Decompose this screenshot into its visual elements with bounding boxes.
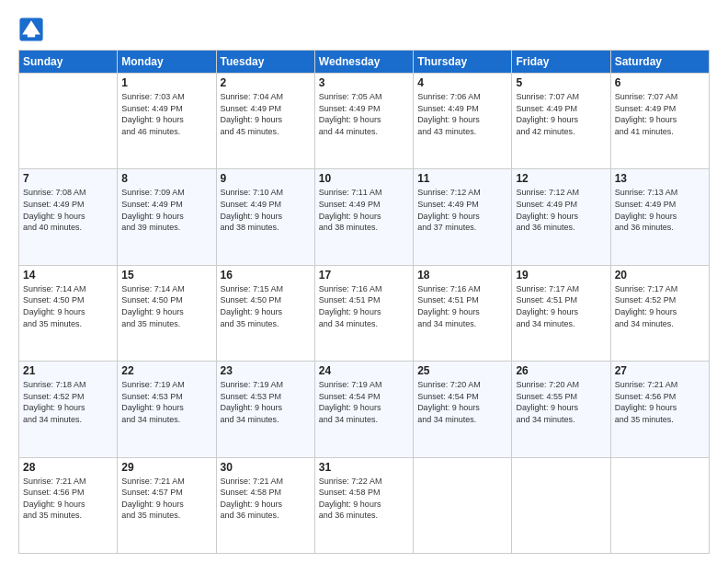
day-number: 24 bbox=[319, 364, 409, 377]
calendar-cell: 8Sunrise: 7:09 AM Sunset: 4:49 PM Daylig… bbox=[118, 169, 216, 265]
day-info: Sunrise: 7:12 AM Sunset: 4:49 PM Dayligh… bbox=[417, 187, 507, 233]
calendar-cell bbox=[414, 457, 512, 553]
calendar-day-header: Sunday bbox=[19, 51, 118, 74]
calendar-cell: 14Sunrise: 7:14 AM Sunset: 4:50 PM Dayli… bbox=[19, 265, 118, 361]
day-number: 20 bbox=[615, 269, 705, 282]
day-number: 26 bbox=[516, 364, 606, 377]
day-info: Sunrise: 7:12 AM Sunset: 4:49 PM Dayligh… bbox=[516, 187, 606, 233]
day-info: Sunrise: 7:21 AM Sunset: 4:56 PM Dayligh… bbox=[615, 379, 705, 425]
day-info: Sunrise: 7:21 AM Sunset: 4:56 PM Dayligh… bbox=[23, 476, 113, 522]
day-info: Sunrise: 7:03 AM Sunset: 4:49 PM Dayligh… bbox=[121, 91, 211, 137]
calendar-cell: 25Sunrise: 7:20 AM Sunset: 4:54 PM Dayli… bbox=[414, 362, 512, 457]
day-info: Sunrise: 7:08 AM Sunset: 4:49 PM Dayligh… bbox=[23, 187, 113, 233]
day-number: 19 bbox=[516, 269, 606, 282]
day-number: 28 bbox=[23, 461, 113, 474]
day-info: Sunrise: 7:21 AM Sunset: 4:57 PM Dayligh… bbox=[121, 476, 211, 522]
day-number: 8 bbox=[121, 172, 211, 185]
day-info: Sunrise: 7:17 AM Sunset: 4:51 PM Dayligh… bbox=[516, 283, 606, 329]
calendar-cell bbox=[19, 74, 118, 169]
day-info: Sunrise: 7:17 AM Sunset: 4:52 PM Dayligh… bbox=[615, 283, 705, 329]
day-number: 2 bbox=[221, 76, 311, 89]
calendar-cell: 30Sunrise: 7:21 AM Sunset: 4:58 PM Dayli… bbox=[216, 457, 314, 553]
day-info: Sunrise: 7:16 AM Sunset: 4:51 PM Dayligh… bbox=[417, 283, 507, 329]
calendar-cell: 9Sunrise: 7:10 AM Sunset: 4:49 PM Daylig… bbox=[216, 169, 314, 265]
calendar-cell: 31Sunrise: 7:22 AM Sunset: 4:58 PM Dayli… bbox=[314, 457, 413, 553]
day-info: Sunrise: 7:14 AM Sunset: 4:50 PM Dayligh… bbox=[23, 283, 113, 329]
calendar-cell: 1Sunrise: 7:03 AM Sunset: 4:49 PM Daylig… bbox=[118, 74, 216, 169]
day-number: 17 bbox=[319, 269, 409, 282]
day-info: Sunrise: 7:14 AM Sunset: 4:50 PM Dayligh… bbox=[121, 283, 211, 329]
calendar-cell: 27Sunrise: 7:21 AM Sunset: 4:56 PM Dayli… bbox=[610, 362, 709, 457]
day-number: 14 bbox=[23, 269, 113, 282]
calendar-header-row: SundayMondayTuesdayWednesdayThursdayFrid… bbox=[19, 51, 710, 74]
day-info: Sunrise: 7:05 AM Sunset: 4:49 PM Dayligh… bbox=[319, 91, 409, 137]
calendar-week-row: 7Sunrise: 7:08 AM Sunset: 4:49 PM Daylig… bbox=[19, 169, 710, 265]
logo bbox=[18, 17, 48, 42]
day-info: Sunrise: 7:10 AM Sunset: 4:49 PM Dayligh… bbox=[221, 187, 311, 233]
day-info: Sunrise: 7:06 AM Sunset: 4:49 PM Dayligh… bbox=[417, 91, 507, 137]
calendar-cell: 7Sunrise: 7:08 AM Sunset: 4:49 PM Daylig… bbox=[19, 169, 118, 265]
day-number: 16 bbox=[221, 269, 311, 282]
day-number: 29 bbox=[121, 461, 211, 474]
calendar-cell: 4Sunrise: 7:06 AM Sunset: 4:49 PM Daylig… bbox=[414, 74, 512, 169]
calendar-week-row: 14Sunrise: 7:14 AM Sunset: 4:50 PM Dayli… bbox=[19, 265, 710, 361]
day-info: Sunrise: 7:19 AM Sunset: 4:53 PM Dayligh… bbox=[121, 379, 211, 425]
calendar-cell: 21Sunrise: 7:18 AM Sunset: 4:52 PM Dayli… bbox=[19, 362, 118, 457]
day-info: Sunrise: 7:20 AM Sunset: 4:55 PM Dayligh… bbox=[516, 379, 606, 425]
calendar-cell bbox=[512, 457, 610, 553]
calendar-week-row: 21Sunrise: 7:18 AM Sunset: 4:52 PM Dayli… bbox=[19, 362, 710, 457]
day-number: 10 bbox=[319, 172, 409, 185]
day-info: Sunrise: 7:13 AM Sunset: 4:49 PM Dayligh… bbox=[615, 187, 705, 233]
calendar-week-row: 1Sunrise: 7:03 AM Sunset: 4:49 PM Daylig… bbox=[19, 74, 710, 169]
calendar-cell: 16Sunrise: 7:15 AM Sunset: 4:50 PM Dayli… bbox=[216, 265, 314, 361]
day-info: Sunrise: 7:15 AM Sunset: 4:50 PM Dayligh… bbox=[221, 283, 311, 329]
calendar-cell: 18Sunrise: 7:16 AM Sunset: 4:51 PM Dayli… bbox=[414, 265, 512, 361]
day-number: 13 bbox=[615, 172, 705, 185]
day-info: Sunrise: 7:19 AM Sunset: 4:53 PM Dayligh… bbox=[221, 379, 311, 425]
calendar-cell: 11Sunrise: 7:12 AM Sunset: 4:49 PM Dayli… bbox=[414, 169, 512, 265]
page: SundayMondayTuesdayWednesdayThursdayFrid… bbox=[0, 0, 728, 563]
day-info: Sunrise: 7:20 AM Sunset: 4:54 PM Dayligh… bbox=[417, 379, 507, 425]
calendar-week-row: 28Sunrise: 7:21 AM Sunset: 4:56 PM Dayli… bbox=[19, 457, 710, 553]
day-info: Sunrise: 7:19 AM Sunset: 4:54 PM Dayligh… bbox=[319, 379, 409, 425]
calendar-day-header: Wednesday bbox=[314, 51, 413, 74]
day-number: 30 bbox=[221, 461, 311, 474]
calendar-table: SundayMondayTuesdayWednesdayThursdayFrid… bbox=[18, 50, 710, 554]
calendar-cell: 28Sunrise: 7:21 AM Sunset: 4:56 PM Dayli… bbox=[19, 457, 118, 553]
day-number: 7 bbox=[23, 172, 113, 185]
calendar-cell: 15Sunrise: 7:14 AM Sunset: 4:50 PM Dayli… bbox=[118, 265, 216, 361]
calendar-cell: 6Sunrise: 7:07 AM Sunset: 4:49 PM Daylig… bbox=[610, 74, 709, 169]
logo-icon bbox=[18, 17, 44, 42]
day-number: 1 bbox=[121, 76, 211, 89]
calendar-cell: 13Sunrise: 7:13 AM Sunset: 4:49 PM Dayli… bbox=[610, 169, 709, 265]
day-number: 4 bbox=[417, 76, 507, 89]
day-info: Sunrise: 7:16 AM Sunset: 4:51 PM Dayligh… bbox=[319, 283, 409, 329]
header bbox=[18, 17, 710, 42]
calendar-cell: 17Sunrise: 7:16 AM Sunset: 4:51 PM Dayli… bbox=[314, 265, 413, 361]
calendar-cell: 23Sunrise: 7:19 AM Sunset: 4:53 PM Dayli… bbox=[216, 362, 314, 457]
calendar-cell: 24Sunrise: 7:19 AM Sunset: 4:54 PM Dayli… bbox=[314, 362, 413, 457]
calendar-day-header: Tuesday bbox=[216, 51, 314, 74]
day-info: Sunrise: 7:18 AM Sunset: 4:52 PM Dayligh… bbox=[23, 379, 113, 425]
day-info: Sunrise: 7:21 AM Sunset: 4:58 PM Dayligh… bbox=[221, 476, 311, 522]
svg-rect-2 bbox=[28, 29, 35, 37]
day-number: 23 bbox=[221, 364, 311, 377]
calendar-cell: 19Sunrise: 7:17 AM Sunset: 4:51 PM Dayli… bbox=[512, 265, 610, 361]
day-number: 27 bbox=[615, 364, 705, 377]
calendar-cell: 20Sunrise: 7:17 AM Sunset: 4:52 PM Dayli… bbox=[610, 265, 709, 361]
day-info: Sunrise: 7:22 AM Sunset: 4:58 PM Dayligh… bbox=[319, 476, 409, 522]
calendar-cell: 3Sunrise: 7:05 AM Sunset: 4:49 PM Daylig… bbox=[314, 74, 413, 169]
calendar-cell: 12Sunrise: 7:12 AM Sunset: 4:49 PM Dayli… bbox=[512, 169, 610, 265]
day-number: 12 bbox=[516, 172, 606, 185]
day-number: 31 bbox=[319, 461, 409, 474]
calendar-cell: 10Sunrise: 7:11 AM Sunset: 4:49 PM Dayli… bbox=[314, 169, 413, 265]
calendar-day-header: Monday bbox=[118, 51, 216, 74]
day-number: 21 bbox=[23, 364, 113, 377]
calendar-cell: 2Sunrise: 7:04 AM Sunset: 4:49 PM Daylig… bbox=[216, 74, 314, 169]
calendar-day-header: Saturday bbox=[610, 51, 709, 74]
day-number: 5 bbox=[516, 76, 606, 89]
day-number: 11 bbox=[417, 172, 507, 185]
day-info: Sunrise: 7:09 AM Sunset: 4:49 PM Dayligh… bbox=[121, 187, 211, 233]
day-info: Sunrise: 7:07 AM Sunset: 4:49 PM Dayligh… bbox=[516, 91, 606, 137]
calendar-cell: 29Sunrise: 7:21 AM Sunset: 4:57 PM Dayli… bbox=[118, 457, 216, 553]
